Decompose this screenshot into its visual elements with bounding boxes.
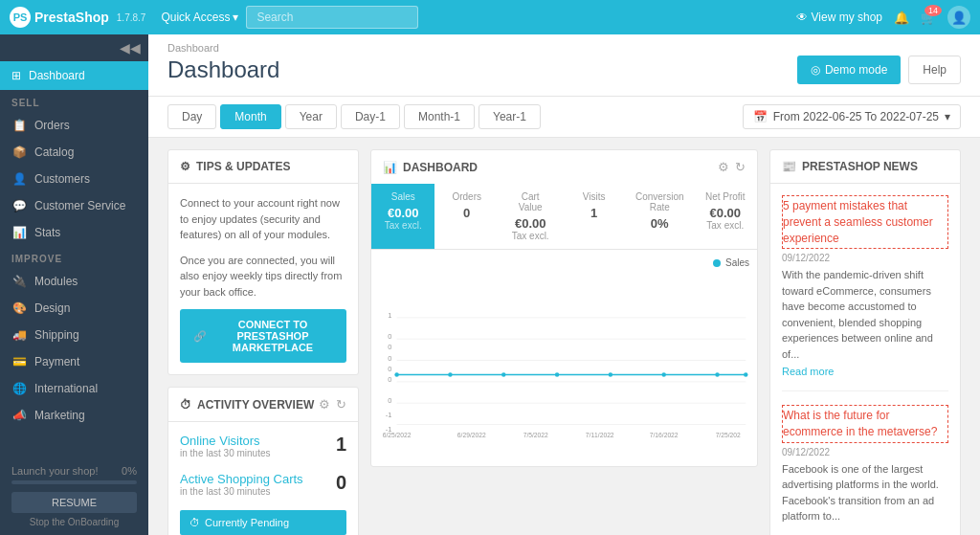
content-header: Dashboard Dashboard ◎ Demo mode Help <box>148 34 980 97</box>
logo[interactable]: PS PrestaShop <box>10 7 109 28</box>
chart-settings-icon[interactable]: ⚙ <box>718 160 729 174</box>
stat-conversion-label: Conversion Rate <box>635 191 684 212</box>
tips-text-1: Connect to your account right now to enj… <box>180 195 346 243</box>
progress-label: 0% <box>122 465 137 477</box>
chart-panel-title: 📊 Dashboard <box>383 161 478 174</box>
svg-point-22 <box>744 372 747 376</box>
sidebar-item-international[interactable]: 🌐 International <box>0 375 148 402</box>
stat-sales-value: €0.00 <box>381 206 425 220</box>
user-avatar[interactable]: 👤 <box>947 6 970 29</box>
news-panel-title: 📰 PrestaShop News <box>782 160 918 173</box>
breadcrumb: Dashboard <box>167 42 961 54</box>
notifications-button[interactable]: 🔔 <box>894 11 909 25</box>
activity-panel: ⏱ Activity overview ⚙ ↻ Online Visitors <box>167 387 359 535</box>
online-visitors-row: Online Visitors in the last 30 minutes 1 <box>180 434 346 466</box>
stat-visits-value: 1 <box>571 206 615 220</box>
sidebar-toggle-button[interactable]: ◀◀ <box>0 34 148 61</box>
svg-point-16 <box>448 372 452 376</box>
demo-icon: ◎ <box>811 63 820 77</box>
sidebar-item-modules[interactable]: 🔌 Modules <box>0 268 148 295</box>
legend-dot-sales <box>713 259 721 267</box>
tab-day-1[interactable]: Day-1 <box>341 104 400 129</box>
quick-access-button[interactable]: Quick Access ▾ <box>161 11 238 24</box>
stat-profit-value: €0.00 <box>703 206 747 220</box>
news-panel-header: 📰 PrestaShop News <box>770 150 960 184</box>
stat-cart-value: Cart Value €0.00 Tax excl. <box>499 184 562 249</box>
news-link-1[interactable]: What is the future for ecommerce in the … <box>782 405 948 443</box>
active-carts-info: Active Shopping Carts in the last 30 min… <box>180 472 303 504</box>
stat-conversion-value: 0% <box>635 216 684 231</box>
stat-cart-value-num: €0.00 <box>508 216 552 231</box>
stat-orders: Orders 0 <box>434 184 498 249</box>
help-button[interactable]: Help <box>908 56 961 84</box>
stat-orders-label: Orders <box>444 191 488 202</box>
tab-year[interactable]: Year <box>285 104 337 129</box>
sidebar-item-catalog[interactable]: 📦 Catalog <box>0 139 148 166</box>
demo-mode-button[interactable]: ◎ Demo mode <box>797 56 901 84</box>
svg-text:0: 0 <box>388 343 391 351</box>
svg-point-18 <box>555 372 559 376</box>
active-carts-label: Active Shopping Carts <box>180 472 303 486</box>
top-navigation: PS PrestaShop 1.7.8.7 Quick Access ▾ 👁 V… <box>0 0 980 34</box>
sidebar-item-design[interactable]: 🎨 Design <box>0 295 148 322</box>
news-item-1: What is the future for ecommerce in the … <box>782 405 948 535</box>
chart-refresh-icon[interactable]: ↻ <box>735 160 746 174</box>
sidebar-item-payment[interactable]: 💳 Payment <box>0 348 148 375</box>
active-carts-sub: in the last 30 minutes <box>180 486 303 497</box>
center-column: 📊 Dashboard ⚙ ↻ Sales €0.00 Ta <box>370 149 758 535</box>
right-column: 📰 PrestaShop News 5 payment mistakes tha… <box>769 149 961 535</box>
tab-year-1[interactable]: Year-1 <box>479 104 541 129</box>
tab-month[interactable]: Month <box>220 104 280 129</box>
sidebar-section-improve: IMPROVE <box>0 246 148 268</box>
stat-net-profit: Net Profit €0.00 Tax excl. <box>694 184 757 249</box>
connect-marketplace-button[interactable]: 🔗 CONNECT TO PRESTASHOP MARKETPLACE <box>180 309 346 363</box>
news-date-0: 09/12/2022 <box>782 253 948 263</box>
svg-point-17 <box>501 372 505 376</box>
sidebar-item-customers[interactable]: 👤 Customers <box>0 166 148 192</box>
sidebar-item-dashboard[interactable]: ⊞ Dashboard <box>0 61 148 90</box>
view-shop-button[interactable]: 👁 View my shop <box>796 11 882 24</box>
refresh-icon[interactable]: ↻ <box>336 397 346 412</box>
stat-profit-sub: Tax excl. <box>703 220 747 231</box>
chart-container: 1 0 0 0 0 0 0 -1 -1 <box>371 272 757 466</box>
sidebar-item-marketing[interactable]: 📣 Marketing <box>0 402 148 429</box>
calendar-icon: 📅 <box>753 110 768 123</box>
legend-label-sales: Sales <box>725 257 749 268</box>
svg-text:7/5/2022: 7/5/2022 <box>523 432 548 438</box>
online-visitors-count: 1 <box>336 434 346 456</box>
tab-day[interactable]: Day <box>167 104 216 129</box>
sidebar-catalog-label: Catalog <box>34 145 74 159</box>
chart-legend: Sales <box>371 257 757 268</box>
currently-pending-button[interactable]: ⏱ Currently Pending <box>180 510 346 535</box>
activity-panel-actions: ⚙ ↻ <box>319 397 346 412</box>
connect-icon: 🔗 <box>193 330 207 343</box>
date-range-picker[interactable]: 📅 From 2022-06-25 To 2022-07-25 ▾ <box>743 104 961 129</box>
activity-panel-body: Online Visitors in the last 30 minutes 1… <box>168 422 358 535</box>
settings-icon[interactable]: ⚙ <box>319 397 330 412</box>
stat-visits: Visits 1 <box>562 184 625 249</box>
sidebar-item-orders[interactable]: 📋 Orders <box>0 112 148 139</box>
cart-badge: 14 <box>924 5 942 16</box>
launch-shop-row: Launch your shop! 0% <box>11 465 137 477</box>
news-item-0: 5 payment mistakes that prevent a seamle… <box>782 195 948 391</box>
tips-panel-body: Connect to your account right now to enj… <box>168 184 358 374</box>
stop-onboarding-link[interactable]: Stop the OnBoarding <box>11 517 137 527</box>
search-input[interactable] <box>246 6 418 29</box>
date-filter-bar: Day Month Year Day-1 Month-1 Year-1 📅 Fr… <box>148 97 980 138</box>
resume-button[interactable]: RESUME <box>11 492 137 513</box>
sidebar-item-shipping[interactable]: 🚚 Shipping <box>0 322 148 348</box>
online-visitors-info: Online Visitors in the last 30 minutes <box>180 434 271 466</box>
read-more-0[interactable]: Read more <box>782 366 948 377</box>
chevron-down-icon: ▾ <box>233 11 238 24</box>
sidebar-item-stats[interactable]: 📊 Stats <box>0 219 148 246</box>
sidebar-item-customer-service[interactable]: 💬 Customer Service <box>0 192 148 219</box>
tab-month-1[interactable]: Month-1 <box>404 104 475 129</box>
progress-bar-bg <box>11 480 137 484</box>
svg-text:0: 0 <box>388 396 391 405</box>
cart-button[interactable]: 🛒 14 <box>921 11 936 25</box>
svg-point-19 <box>609 372 612 376</box>
news-link-0[interactable]: 5 payment mistakes that prevent a seamle… <box>782 195 948 249</box>
stat-cart-label: Cart Value <box>508 191 552 212</box>
svg-text:0: 0 <box>388 375 391 384</box>
shipping-icon: 🚚 <box>11 328 27 342</box>
